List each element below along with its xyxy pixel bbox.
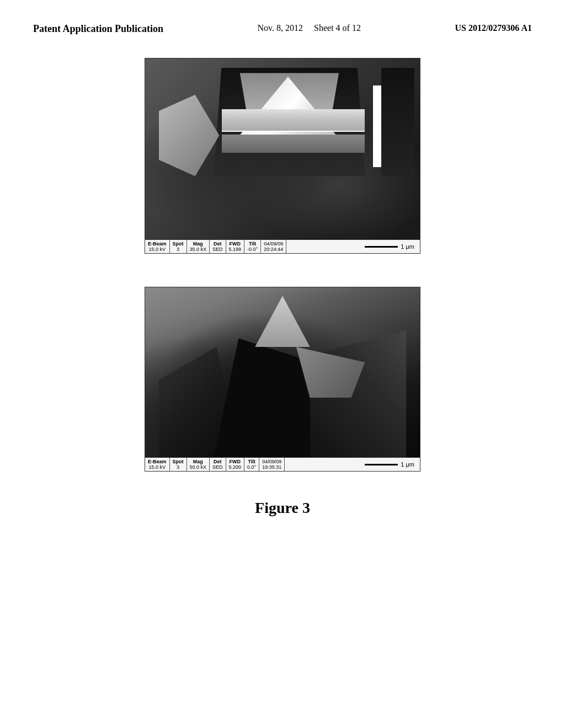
publication-date-sheet: Nov. 8, 2012 Sheet 4 of 12 bbox=[258, 22, 361, 34]
det-section-top: Det SED bbox=[210, 240, 226, 253]
fwd-label-top: FWD bbox=[230, 241, 241, 247]
det-label-top: Det bbox=[214, 241, 222, 247]
spot-label-bot: Spot bbox=[173, 459, 184, 464]
tilt-val-top: -0.0° bbox=[247, 247, 258, 252]
date-val-bot: 04/09/09 bbox=[262, 459, 281, 464]
ebeam-label-top: E-Beam bbox=[148, 241, 167, 247]
ebeam-section-bot: E-Beam 15.0 kV bbox=[145, 458, 170, 471]
scale-line-bot bbox=[365, 464, 398, 465]
data-bar-bottom: E-Beam 15.0 kV Spot 3 Mag 50.0 kX Det SE… bbox=[145, 458, 420, 472]
sem-bot-bright-top bbox=[255, 296, 310, 347]
tilt-label-bot: Tilt bbox=[248, 459, 255, 464]
sheet-info: Sheet 4 of 12 bbox=[314, 23, 361, 33]
ebeam-label-bot: E-Beam bbox=[148, 459, 167, 464]
figure-block-bottom: E-Beam 15.0 kV Spot 3 Mag 50.0 kX Det SE… bbox=[145, 287, 420, 472]
sem-rect-2 bbox=[222, 135, 365, 153]
sem-left-shape bbox=[159, 95, 220, 176]
spot-section-top: Spot 3 bbox=[170, 240, 187, 253]
fwd-val-bot: 5.200 bbox=[229, 464, 242, 470]
date-val-top: 04/09/09 bbox=[264, 241, 283, 247]
data-bar-top: E-Beam 15.0 kV Spot 3 Mag 35.0 kX Det SE… bbox=[145, 240, 420, 254]
sem-rect-1 bbox=[222, 109, 365, 131]
det-label-bot: Det bbox=[214, 459, 222, 464]
time-val-bot: 19:35:31 bbox=[262, 464, 281, 470]
det-val-top: SED bbox=[212, 247, 223, 252]
spot-val-bot: 3 bbox=[177, 464, 179, 470]
det-section-bot: Det SED bbox=[210, 458, 226, 471]
figure-block-top: E-Beam 15.0 kV Spot 3 Mag 35.0 kX Det SE… bbox=[145, 58, 420, 254]
page-header: Patent Application Publication Nov. 8, 2… bbox=[33, 22, 532, 41]
content-area: E-Beam 15.0 kV Spot 3 Mag 35.0 kX Det SE… bbox=[33, 58, 532, 517]
scale-text-top: 1 μm bbox=[401, 243, 414, 250]
scale-section-bot: 1 μm bbox=[285, 458, 420, 471]
sem-canvas-bottom bbox=[145, 287, 420, 457]
sem-right-bright bbox=[373, 85, 381, 167]
fwd-section-bot: FWD 5.200 bbox=[226, 458, 245, 471]
mag-label-bot: Mag bbox=[193, 459, 203, 464]
sem-image-top bbox=[145, 58, 420, 240]
time-val-top: 20:24:44 bbox=[264, 247, 283, 252]
mag-section-bot: Mag 50.0 kX bbox=[187, 458, 210, 471]
spot-label-top: Spot bbox=[173, 241, 184, 247]
sem-line-1 bbox=[222, 131, 365, 132]
sem-right-rect bbox=[381, 68, 414, 176]
tilt-val-bot: 0.0° bbox=[247, 464, 256, 470]
tilt-section-top: Tilt -0.0° bbox=[244, 240, 261, 253]
publication-date: Nov. 8, 2012 bbox=[258, 23, 303, 33]
scale-text-bot: 1 μm bbox=[401, 461, 414, 468]
mag-val-bot: 50.0 kX bbox=[190, 464, 207, 470]
ebeam-section-top: E-Beam 15.0 kV bbox=[145, 240, 170, 253]
datetime-section-bot: 04/09/09 19:35:31 bbox=[259, 458, 285, 471]
scale-line-top bbox=[365, 246, 398, 248]
mag-label-top: Mag bbox=[193, 241, 203, 247]
page-container: Patent Application Publication Nov. 8, 2… bbox=[0, 0, 565, 728]
tilt-section-bot: Tilt 0.0° bbox=[244, 458, 259, 471]
sem-image-bottom bbox=[145, 287, 420, 458]
spot-section-bot: Spot 3 bbox=[170, 458, 187, 471]
det-val-bot: SED bbox=[212, 464, 223, 470]
ebeam-val-bot: 15.0 kV bbox=[148, 464, 166, 470]
publication-title: Patent Application Publication bbox=[33, 22, 163, 36]
spot-val-top: 3 bbox=[177, 247, 179, 252]
sem-canvas-top bbox=[145, 58, 420, 239]
datetime-section-top: 04/09/09 20:24:44 bbox=[261, 240, 286, 253]
fwd-label-bot: FWD bbox=[230, 459, 241, 464]
fwd-val-top: 5.199 bbox=[229, 247, 242, 252]
mag-section-top: Mag 35.0 kX bbox=[187, 240, 210, 253]
fwd-section-top: FWD 5.199 bbox=[226, 240, 245, 253]
scale-section-top: 1 μm bbox=[286, 240, 420, 253]
figure-label: Figure 3 bbox=[255, 499, 310, 517]
patent-number: US 2012/0279306 A1 bbox=[455, 22, 532, 34]
ebeam-val-top: 15.0 kV bbox=[148, 247, 166, 252]
tilt-label-top: Tilt bbox=[249, 241, 256, 247]
mag-val-top: 35.0 kX bbox=[190, 247, 207, 252]
